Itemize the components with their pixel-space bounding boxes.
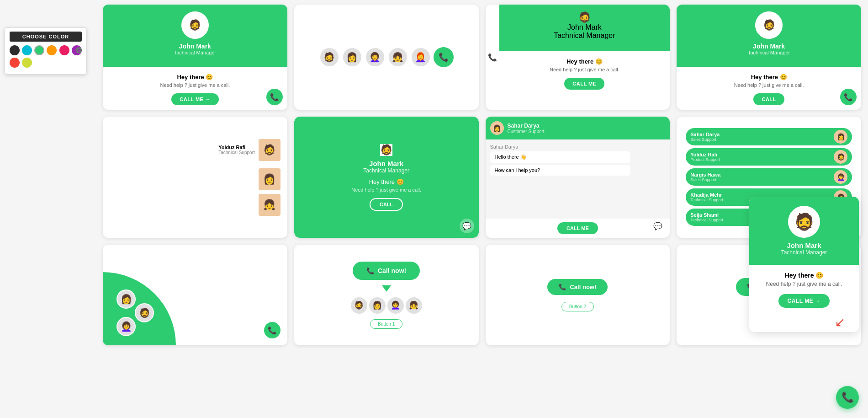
chat-msg-7a: Hello there 👋 (490, 151, 630, 163)
agent-list-name-8b: Yolduz Rafi (690, 152, 720, 157)
color-panel-title: CHOOSE COLOR (10, 32, 82, 42)
avatar-rect-5a: 🧔 (259, 139, 281, 161)
chat-icon-6[interactable]: 💬 (460, 219, 474, 233)
right-panel-sub: Need help ? just give me a call. (756, 281, 852, 287)
color-swatch-pink[interactable] (59, 45, 69, 55)
avatar-10a: 🧔 (351, 297, 367, 314)
agent-name-3: John Mark (567, 23, 602, 32)
right-panel-header: 🧔 John Mark Tachnical Manager (749, 197, 859, 265)
red-arrow-icon: ↙ (749, 315, 859, 332)
call-me-button-1[interactable]: CALL ME → (171, 93, 218, 105)
phone-button-2[interactable]: 📞 (434, 47, 454, 67)
avatar-10c: 👩‍🦱 (387, 297, 404, 314)
agent-list-name-8e: Seija Shami (690, 212, 723, 218)
agent-list-role-8b: Product Support (690, 157, 720, 162)
color-swatch-orange[interactable] (47, 45, 57, 55)
chat-header-7: 👩 Sahar Darya Customer Support (486, 117, 670, 139)
color-grid (10, 45, 82, 68)
agent-role-7: Customer Support (508, 129, 545, 134)
triangle-indicator-10 (382, 285, 391, 292)
agent-stack: Yolduz Rafi Tachnical Support 🧔 👩 👧 (218, 139, 281, 216)
card-header-4: 🧔 John Mark Tachnical Manager (677, 5, 861, 67)
avatar-8c: 👩‍🦱 (834, 170, 847, 184)
call-me-arrow-button[interactable]: CALL ME → (778, 294, 830, 308)
call-now-label-11: Call now! (570, 284, 596, 290)
bottom-phone-fab[interactable]: 📞 (836, 386, 859, 409)
card-body-3: Hey there 😊 Need help ? just give me a c… (499, 51, 670, 94)
message-3: Hey there 😊 (504, 58, 666, 65)
chat-msg-7b: How can I help you? (490, 165, 630, 176)
avatar-rect-5b: 👩 (259, 168, 281, 190)
right-panel-body: Hey there 😊 Need help ? just give me a c… (749, 265, 859, 315)
call-now-button-10[interactable]: 📞 Call now! (353, 262, 420, 280)
call-now-button-11[interactable]: 📞 Call now! (547, 279, 608, 295)
card-body-1: Hey there 😊 Need help ? just give me a c… (103, 67, 287, 110)
color-swatch-cyan[interactable] (22, 45, 32, 55)
avatar-2d: 👧 (388, 47, 408, 67)
agent-row-yolduz: Yolduz Rafi Tachnical Support 🧔 (218, 139, 281, 161)
widget-card-2: 🧔 👩 👩‍🦱 👧 👩‍🦰 📞 (294, 5, 479, 110)
phone-fab-4[interactable]: 📞 (840, 89, 857, 105)
agent-row-yolduz: Yolduz Rafi Product Support 🧔 (686, 148, 852, 166)
phone-fab-1[interactable]: 📞 (266, 89, 283, 105)
avatar-2a: 🧔 (319, 47, 339, 67)
avatar-sahar-7: 👩 (490, 121, 504, 135)
message-4: Hey there 😊 (681, 74, 857, 80)
call-button-6[interactable]: CALL (370, 198, 403, 211)
call-me-button-7[interactable]: CALL ME (557, 222, 598, 234)
agent-row-nargis: Nargis Hawa Sales Support 👩‍🦱 (686, 168, 852, 186)
agent-list-name-8c: Nargis Hawa (690, 172, 720, 177)
button2-11[interactable]: Button 2 (561, 302, 594, 311)
color-swatch-yellow[interactable] (22, 58, 32, 68)
agent-name-4: John Mark (753, 43, 785, 50)
right-panel: 🧔 John Mark Tachnical Manager Hey there … (749, 197, 859, 332)
right-panel-name: John Mark (787, 241, 821, 249)
color-swatch-green[interactable] (34, 45, 44, 55)
avatars-row-2: 🧔 👩 👩‍🦱 👧 👩‍🦰 📞 (319, 47, 454, 67)
avatar-john-mark-4: 🧔 (755, 11, 783, 39)
sub-message-3: Need help ? just give me a call. (504, 67, 666, 72)
widget-card-6: 🧔 John Mark Tachnical Manager Hey there … (294, 117, 479, 238)
agent-name-6: John Mark (369, 160, 403, 167)
agent-role-5a: Tachnical Support (218, 150, 255, 155)
color-panel: CHOOSE COLOR ⚙ (5, 27, 87, 75)
sub-message-1: Need help ? just give me a call. (107, 82, 283, 88)
chat-fab-7[interactable]: 💬 (651, 219, 665, 233)
sender-name-7: Sahar Darya (490, 144, 666, 150)
call-me-button-3[interactable]: CALL ME (564, 78, 604, 90)
arrow-container: ↙ (749, 315, 859, 332)
avatar-8b: 🧔 (834, 150, 847, 164)
message-6: Hey there 😊 (369, 178, 404, 185)
card-header-1: 🧔 John Mark Tachnical Manager (103, 5, 287, 67)
agent-name-5a: Yolduz Rafi (218, 145, 255, 150)
avatar-icon-right: 🧔 (794, 212, 815, 231)
right-panel-msg: Hey there 😊 (756, 272, 852, 279)
avatar-2b: 👩 (342, 47, 362, 67)
phone-side-3: 📞 (486, 5, 499, 110)
call-button-4[interactable]: CALL (753, 93, 784, 105)
button1-10[interactable]: Button 1 (370, 319, 402, 329)
chat-messages-7: Sahar Darya Hello there 👋 How can I help… (486, 139, 670, 219)
avatar-john-mark-3: 🧔 (578, 11, 591, 23)
avatar-john-mark-6: 🧔 (380, 144, 392, 156)
card-3-header: 🧔 John Mark Tachnical Manager (499, 5, 670, 51)
agent-name-7: Sahar Darya (508, 123, 545, 129)
color-swatch-black[interactable] (10, 45, 20, 55)
color-swatch-red[interactable] (10, 58, 20, 68)
agent-role-6: Tachnical Manager (363, 167, 409, 174)
avatar-2c: 👩‍🦱 (365, 47, 385, 67)
gear-icon[interactable]: ⚙ (75, 45, 83, 55)
agent-role-3: Tachnical Manager (554, 32, 615, 40)
agent-list-role-8e: Tachnical Support (690, 218, 723, 222)
widget-card-10: 📞 Call now! 🧔 👩 👩‍🦱 👧 Button 1 (294, 245, 479, 345)
widget-card-11: 📞 Call now! Button 2 (486, 245, 670, 345)
fan-phone-9[interactable]: 📞 (264, 322, 281, 338)
avatar-2e: 👩‍🦰 (411, 47, 431, 67)
phone-icon-10: 📞 (366, 267, 374, 274)
agent-role-1: Tachnical Manager (174, 50, 216, 55)
message-1: Hey there 😊 (107, 74, 283, 80)
fan-avatar-9a: 👩 (116, 289, 136, 309)
card-3-inner: 🧔 John Mark Tachnical Manager Hey there … (499, 5, 670, 110)
avatar-john-mark-1: 🧔 (181, 11, 209, 39)
card-green-full-6: 🧔 John Mark Tachnical Manager Hey there … (294, 117, 479, 238)
